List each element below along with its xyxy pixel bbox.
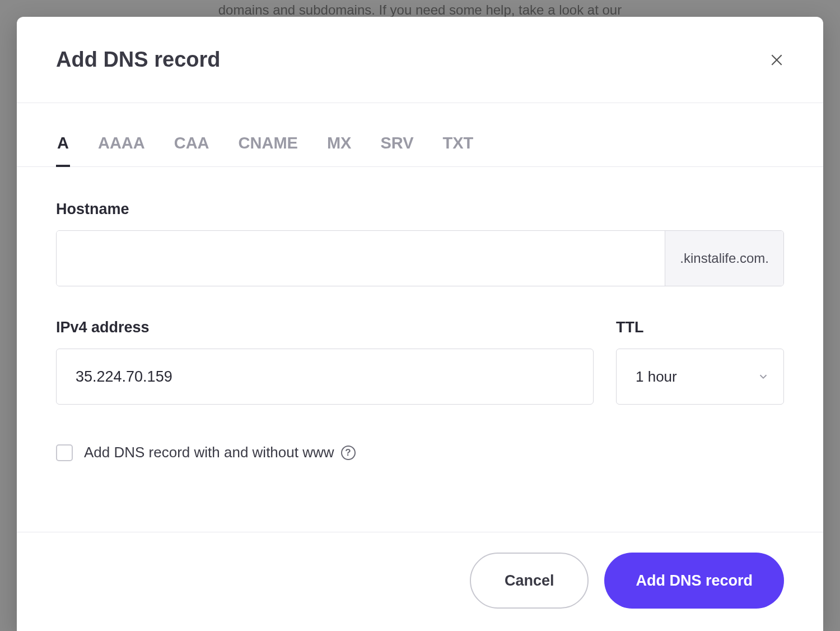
tab-aaaa[interactable]: AAAA: [97, 103, 146, 167]
add-dns-record-button[interactable]: Add DNS record: [604, 553, 784, 609]
modal-body: A AAAA CAA CNAME MX SRV TXT Hostname .ki…: [17, 103, 823, 532]
tab-srv[interactable]: SRV: [379, 103, 414, 167]
ipv4-input[interactable]: [56, 349, 594, 405]
tab-txt[interactable]: TXT: [442, 103, 475, 167]
tab-caa[interactable]: CAA: [173, 103, 211, 167]
modal-footer: Cancel Add DNS record: [17, 532, 823, 631]
ipv4-section: IPv4 address: [56, 319, 594, 405]
add-dns-record-modal: Add DNS record A AAAA CAA CNAME MX SRV T…: [17, 17, 823, 631]
modal-header: Add DNS record: [17, 17, 823, 103]
modal-title: Add DNS record: [56, 48, 220, 72]
ttl-select[interactable]: [616, 349, 784, 405]
hostname-input[interactable]: [57, 231, 665, 286]
ttl-section: TTL: [616, 319, 784, 405]
ipv4-label: IPv4 address: [56, 319, 594, 336]
tab-mx[interactable]: MX: [326, 103, 353, 167]
help-icon[interactable]: ?: [341, 446, 356, 460]
www-checkbox-text: Add DNS record with and without www: [84, 444, 334, 461]
tab-cname[interactable]: CNAME: [237, 103, 299, 167]
www-checkbox-row: Add DNS record with and without www ?: [56, 444, 784, 461]
hostname-section: Hostname .kinstalife.com.: [56, 201, 784, 286]
record-type-tabs: A AAAA CAA CNAME MX SRV TXT: [17, 103, 823, 167]
hostname-suffix: .kinstalife.com.: [665, 231, 783, 286]
ttl-label: TTL: [616, 319, 784, 336]
close-icon[interactable]: [769, 53, 784, 67]
www-checkbox[interactable]: [56, 444, 73, 461]
tab-a[interactable]: A: [56, 103, 70, 167]
ip-ttl-row: IPv4 address TTL: [56, 319, 784, 405]
ttl-select-wrap: [616, 349, 784, 405]
www-checkbox-label: Add DNS record with and without www ?: [84, 444, 356, 461]
hostname-input-group: .kinstalife.com.: [56, 230, 784, 286]
hostname-label: Hostname: [56, 201, 784, 218]
cancel-button[interactable]: Cancel: [470, 553, 589, 609]
